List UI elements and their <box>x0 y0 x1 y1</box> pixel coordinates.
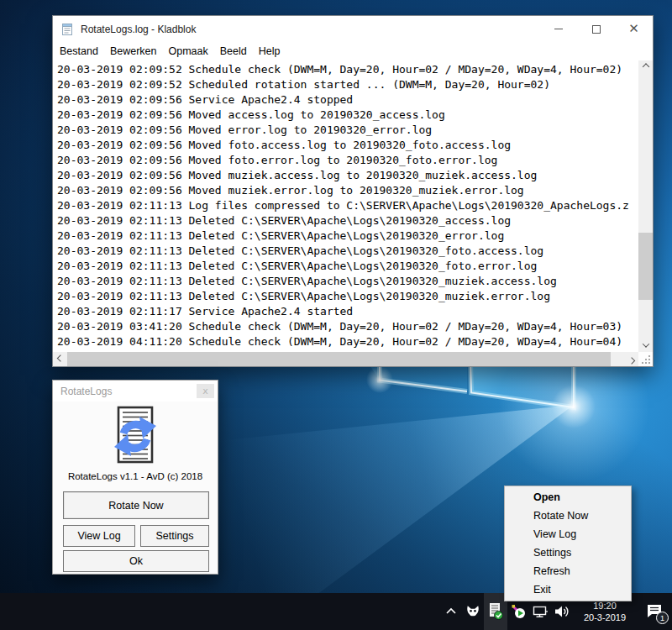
menubar-item[interactable]: Beeld <box>214 42 253 60</box>
log-line: 20-03-2019 02:09:52 Schedule check (DWM=… <box>57 62 638 77</box>
chevron-up-icon <box>444 605 458 618</box>
horizontal-scroll-thumb[interactable] <box>67 352 611 366</box>
vertical-scrollbar[interactable] <box>638 60 653 352</box>
horizontal-scrollbar[interactable] <box>53 352 638 366</box>
maximize-button[interactable] <box>577 16 615 42</box>
log-line: 20-03-2019 02:09:56 Moved muziek.access.… <box>57 168 638 183</box>
taskbar-clock[interactable]: 19:20 20-3-2019 <box>575 600 635 623</box>
action-center-button[interactable]: 1 <box>637 593 672 630</box>
app-version-caption: RotateLogs v1.1 - AvD (c) 2018 <box>53 471 218 481</box>
rotatelogs-titlebar[interactable]: RotateLogs x <box>53 381 218 402</box>
context-menu-item[interactable]: Refresh <box>505 562 631 580</box>
network-icon <box>533 604 549 619</box>
log-line: 20-03-2019 02:09:56 Moved muziek.error.l… <box>57 183 638 198</box>
resize-grip-icon <box>638 352 653 366</box>
log-line: 20-03-2019 02:11:13 Deleted C:\SERVER\Ap… <box>57 213 638 228</box>
log-line: 20-03-2019 02:11:13 Deleted C:\SERVER\Ap… <box>57 244 638 259</box>
rotate-document-icon <box>108 406 163 466</box>
chevron-down-icon <box>642 340 648 347</box>
tray-antivirus-button[interactable] <box>462 593 484 630</box>
resize-grip[interactable] <box>638 352 653 366</box>
view-log-button[interactable]: View Log <box>63 525 135 547</box>
log-line: 20-03-2019 02:09:56 Service Apache2.4 st… <box>57 92 638 108</box>
antivirus-icon <box>465 604 480 619</box>
log-line: 20-03-2019 02:09:56 Moved foto.error.log… <box>57 153 638 168</box>
vertical-scroll-thumb[interactable] <box>638 233 653 300</box>
tray-overflow-button[interactable] <box>440 593 462 630</box>
log-line: 20-03-2019 02:11:13 Deleted C:\SERVER\Ap… <box>57 289 638 304</box>
menubar-item[interactable]: Help <box>253 42 286 60</box>
close-button[interactable]: ✕ <box>615 16 653 42</box>
settings-button[interactable]: Settings <box>140 525 209 547</box>
notepad-titlebar[interactable]: RotateLogs.log - Kladblok ✕ <box>53 16 653 42</box>
menubar-item[interactable]: Opmaak <box>162 42 213 60</box>
log-line: 20-03-2019 02:11:13 Deleted C:\SERVER\Ap… <box>57 259 638 274</box>
rotatelogs-title: RotateLogs <box>60 386 112 397</box>
close-icon: ✕ <box>628 23 639 35</box>
notepad-window: RotateLogs.log - Kladblok ✕ BestandBewer… <box>52 15 654 367</box>
context-menu-item[interactable]: Rotate Now <box>505 507 631 525</box>
log-line: 20-03-2019 03:41:20 Schedule check (DWM=… <box>57 319 638 334</box>
clock-date: 20-3-2019 <box>575 612 635 623</box>
media-play-icon <box>511 604 526 619</box>
log-line: 20-03-2019 02:11:17 Service Apache2.4 st… <box>57 304 638 319</box>
log-line: 20-03-2019 02:09:56 Moved foto.access.lo… <box>57 138 638 153</box>
window-title: RotateLogs.log - Kladblok <box>81 24 196 35</box>
rotatelogs-tray-icon <box>487 602 504 621</box>
menubar-item[interactable]: Bewerken <box>104 42 163 60</box>
rotatelogs-window: RotateLogs x RotateLogs v1.1 - AvD (c) 2… <box>52 380 218 575</box>
context-menu-item[interactable]: Exit <box>505 580 631 599</box>
minimize-icon <box>554 29 563 29</box>
scroll-down-button[interactable] <box>638 338 653 352</box>
log-line: 20-03-2019 02:11:13 Deleted C:\SERVER\Ap… <box>57 228 638 244</box>
ok-button[interactable]: Ok <box>63 550 209 572</box>
notification-badge: 1 <box>656 612 669 624</box>
chevron-up-icon <box>642 63 648 70</box>
log-text-area[interactable]: 20-03-2019 02:09:52 Schedule check (DWM=… <box>53 60 638 352</box>
notepad-icon <box>60 23 74 36</box>
notepad-menubar: BestandBewerkenOpmaakBeeldHelp <box>53 42 653 60</box>
log-line: 20-03-2019 04:11:20 Schedule check (DWM=… <box>57 334 638 349</box>
minimize-button[interactable] <box>539 16 577 42</box>
rotatelogs-close-button[interactable]: x <box>197 384 214 398</box>
volume-icon <box>554 604 570 619</box>
context-menu-item[interactable]: Open <box>505 488 631 507</box>
context-menu-item[interactable]: View Log <box>505 525 631 543</box>
log-line: 20-03-2019 02:11:13 Deleted C:\SERVER\Ap… <box>57 274 638 289</box>
clock-time: 19:20 <box>575 600 635 612</box>
log-line: 20-03-2019 02:09:56 Moved error.log to 2… <box>57 123 638 138</box>
rotate-now-button[interactable]: Rotate Now <box>63 491 209 519</box>
log-line: 20-03-2019 02:11:13 Log files compressed… <box>57 198 638 213</box>
scroll-up-button[interactable] <box>638 60 653 75</box>
log-line: 20-03-2019 02:09:52 Scheduled rotation s… <box>57 77 638 92</box>
scroll-left-button[interactable] <box>53 352 67 366</box>
log-line: 20-03-2019 02:09:56 Moved access.log to … <box>57 108 638 123</box>
tray-context-menu: OpenRotate NowView LogSettingsRefreshExi… <box>504 486 632 601</box>
scroll-right-button[interactable] <box>624 352 638 366</box>
chevron-right-icon <box>627 357 634 364</box>
menubar-item[interactable]: Bestand <box>54 42 104 60</box>
chevron-left-icon <box>56 354 63 361</box>
context-menu-item[interactable]: Settings <box>505 543 631 562</box>
maximize-icon <box>592 25 601 34</box>
